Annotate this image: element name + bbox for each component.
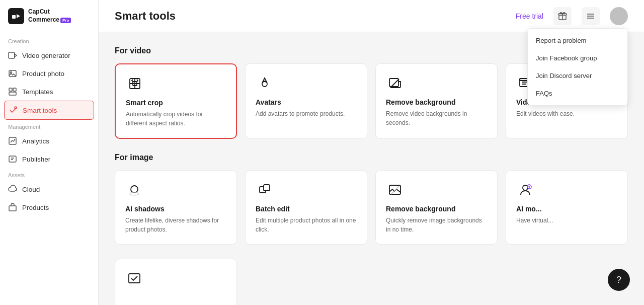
help-icon: ? [616,275,621,285]
svg-rect-1 [12,15,16,19]
pro-badge: Pro [60,18,71,23]
smart-crop-icon [126,74,144,93]
remove-bg-video-card[interactable]: Remove background Remove video backgroun… [375,63,498,139]
bottom-card-icon [125,269,143,287]
batch-edit-desc: Edit multiple product photos all in one … [256,216,357,234]
ai-shadows-title: AI shadows [125,205,226,213]
svg-rect-13 [9,206,16,211]
batch-edit-card[interactable]: Batch edit Edit multiple product photos … [245,170,367,245]
svg-rect-30 [264,185,270,191]
for-image-cards-grid: AI shadows Create lifelike, diverse shad… [115,170,628,245]
ai-model-icon [516,181,534,199]
ai-model-title: AI mo... [516,205,617,213]
ai-model-desc: Have virtual... [516,216,617,225]
bottom-cards-grid [115,259,628,305]
sidebar-item-product-photo[interactable]: Product photo [0,64,98,83]
avatars-icon [256,74,274,92]
cloud-icon [8,185,17,194]
sidebar-item-label: Publisher [22,156,50,163]
remove-bg-image-icon [386,181,404,199]
sidebar-item-smart-tools[interactable]: Smart tools [4,101,94,120]
remove-bg-image-card[interactable]: Remove background Quickly remove image b… [375,170,498,245]
free-trial-link[interactable]: Free trial [516,12,543,20]
user-avatar[interactable] [610,7,628,25]
sidebar-item-label: Cloud [22,186,40,193]
sidebar-item-templates[interactable]: Templates [0,83,98,101]
sidebar-item-label: Templates [22,88,53,96]
remove-bg-video-icon [386,74,404,92]
remove-bg-image-desc: Quickly remove image backgrounds in no t… [386,216,487,234]
svg-point-27 [131,186,138,193]
remove-bg-image-title: Remove background [386,205,487,213]
svg-rect-23 [389,79,398,87]
analytics-icon [8,136,17,145]
product-photo-icon [8,69,17,78]
remove-bg-video-desc: Remove video backgrounds in seconds. [386,109,487,127]
page-title: Smart tools [115,10,176,23]
sidebar-item-label: Products [22,204,49,211]
sidebar-item-label: Video generator [22,52,70,59]
assets-section-label: Assets [0,168,98,180]
creation-section-label: Creation [0,34,98,46]
avatars-card[interactable]: Avatars Add avatars to promote products. [245,63,367,139]
ai-shadows-icon [125,181,143,199]
products-icon [8,203,17,212]
avatars-desc: Add avatars to promote products. [256,109,357,118]
menu-icon-button[interactable] [582,7,600,25]
header: Smart tools Free trial [99,0,644,32]
dropdown-item-report[interactable]: Report a problem [528,32,627,49]
svg-rect-8 [13,88,16,91]
svg-point-22 [262,82,267,87]
dropdown-item-facebook[interactable]: Join Facebook group [528,49,627,67]
sidebar-item-video-generator[interactable]: Video generator [0,46,98,64]
help-button[interactable]: ? [608,269,630,291]
video-generator-icon [8,51,17,60]
management-section-label: Management [0,120,98,132]
batch-edit-title: Batch edit [256,205,357,213]
svg-rect-12 [9,156,16,162]
header-actions: Free trial [516,7,628,25]
sidebar: CapCutCommercePro Creation Video generat… [0,0,99,305]
bottom-card-1[interactable] [115,259,237,305]
svg-marker-4 [15,54,17,57]
sidebar-item-analytics[interactable]: Analytics [0,132,98,150]
dropdown-menu: Report a problem Join Facebook group Joi… [527,28,628,106]
svg-rect-3 [9,52,15,58]
sidebar-item-publisher[interactable]: Publisher [0,150,98,168]
ai-shadows-desc: Create lifelike, diverse shadows for pro… [125,216,226,234]
templates-icon [8,87,17,96]
gift-icon-button[interactable] [553,7,572,25]
batch-edit-icon [256,181,274,199]
svg-rect-0 [8,8,24,24]
sidebar-item-label: Product photo [22,70,64,78]
smart-tools-icon [9,106,18,115]
remove-bg-video-title: Remove background [386,98,487,106]
smart-crop-desc: Automatically crop videos for different … [126,110,226,128]
svg-rect-9 [9,92,16,95]
smart-crop-title: Smart crop [126,99,226,107]
dropdown-item-discord[interactable]: Join Discord server [528,67,627,85]
logo: CapCutCommercePro [0,8,98,34]
avatars-title: Avatars [256,98,357,106]
logo-text: CapCutCommercePro [28,8,71,24]
svg-rect-35 [129,274,140,283]
dropdown-item-faqs[interactable]: FAQs [528,85,627,102]
smart-crop-card[interactable]: Smart crop Automatically crop videos for… [115,63,237,139]
gift-icon [558,12,567,21]
svg-point-10 [15,107,17,109]
svg-rect-7 [9,88,12,91]
sidebar-item-cloud[interactable]: Cloud [0,180,98,198]
publisher-icon [8,155,17,164]
sidebar-item-label: Smart tools [23,107,57,114]
ai-model-card[interactable]: AI mo... Have virtual... [506,170,628,245]
menu-icon [586,12,595,21]
capcut-logo-icon [8,8,24,24]
sidebar-item-label: Analytics [22,137,49,145]
ai-shadows-card[interactable]: AI shadows Create lifelike, diverse shad… [115,170,237,245]
sidebar-item-products[interactable]: Products [0,198,98,216]
video-editor-desc: Edit videos with ease. [516,109,617,118]
for-image-section-title: For image [115,153,628,162]
svg-line-24 [391,79,399,87]
